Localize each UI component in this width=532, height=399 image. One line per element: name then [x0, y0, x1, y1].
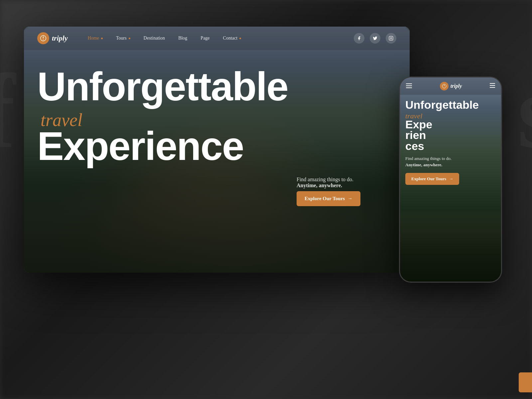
- svg-marker-1: [43, 36, 44, 38]
- arrow-icon: →: [347, 196, 352, 201]
- desktop-subtitle: Find amazing things to do.Anytime, anywh…: [297, 177, 360, 189]
- navbar: triply Home Tours Destination Blog Page …: [24, 27, 410, 50]
- nav-contact[interactable]: Contact: [223, 36, 241, 41]
- nav-page[interactable]: Page: [200, 36, 209, 41]
- twitter-icon[interactable]: [370, 33, 380, 44]
- mobile-hero-title2: Experiences: [405, 119, 496, 151]
- mobile-mockup: triply Unforgettable travel Experiences …: [399, 76, 502, 283]
- nav-links: Home Tours Destination Blog Page Contact: [88, 36, 354, 41]
- mobile-cta-label: Explore Our Tours: [411, 176, 446, 182]
- hero-content: Unforgettable travel Experience: [37, 66, 336, 165]
- mobile-menu-icon[interactable]: [406, 83, 412, 90]
- nav-tours[interactable]: Tours: [116, 36, 130, 41]
- logo-text: triply: [52, 34, 68, 43]
- mobile-subtitle-line2: Anytime, anywhere.: [405, 162, 442, 167]
- hero-title-line1: Unforgettable: [37, 66, 336, 106]
- nav-blog[interactable]: Blog: [178, 36, 187, 41]
- mobile-hero-content: Unforgettable travel Experiences Find am…: [405, 99, 496, 185]
- desktop-screen: triply Home Tours Destination Blog Page …: [24, 27, 410, 273]
- mobile-logo-text: triply: [451, 83, 462, 89]
- mobile-subtitle: Find amazing things to do. Anytime, anyw…: [405, 155, 496, 168]
- mobile-screen: triply Unforgettable travel Experiences …: [400, 77, 501, 282]
- mobile-compass-icon: [442, 83, 447, 89]
- nav-dot-contact: [239, 38, 241, 39]
- mobile-hero-title1: Unforgettable: [405, 99, 496, 110]
- facebook-icon[interactable]: [354, 33, 364, 44]
- nav-dot: [101, 38, 103, 39]
- mobile-logo-icon: [440, 82, 449, 90]
- nav-dot-tours: [129, 38, 130, 39]
- svg-marker-9: [444, 84, 445, 86]
- social-links: [354, 33, 396, 44]
- mobile-forest: [400, 215, 501, 282]
- mobile-navbar: triply: [400, 77, 501, 95]
- compass-icon: [40, 35, 47, 42]
- background-text-right: s: [517, 50, 532, 172]
- mobile-cta-button[interactable]: Explore Our Tours →: [405, 173, 459, 185]
- orange-accent: [519, 372, 532, 392]
- background-text-left: f: [0, 50, 12, 172]
- cta-label: Explore Our Tours: [305, 196, 345, 201]
- logo-icon: [37, 32, 49, 44]
- mobile-logo[interactable]: triply: [440, 82, 462, 90]
- explore-tours-button[interactable]: Explore Our Tours →: [297, 191, 360, 206]
- desktop-mockup: triply Home Tours Destination Blog Page …: [24, 27, 410, 273]
- svg-rect-3: [389, 36, 393, 40]
- mobile-cta-arrow: →: [449, 176, 453, 182]
- hero-title-line2: Experience: [37, 127, 336, 165]
- mobile-subtitle-line1: Find amazing things to do.: [405, 156, 452, 161]
- svg-marker-2: [43, 38, 44, 41]
- desktop-cta-area: Find amazing things to do.Anytime, anywh…: [297, 177, 360, 206]
- mobile-close-icon[interactable]: [490, 83, 495, 89]
- instagram-icon[interactable]: [386, 33, 396, 44]
- nav-destination[interactable]: Destination: [144, 36, 165, 41]
- logo[interactable]: triply: [37, 32, 68, 44]
- nav-home[interactable]: Home: [88, 36, 103, 41]
